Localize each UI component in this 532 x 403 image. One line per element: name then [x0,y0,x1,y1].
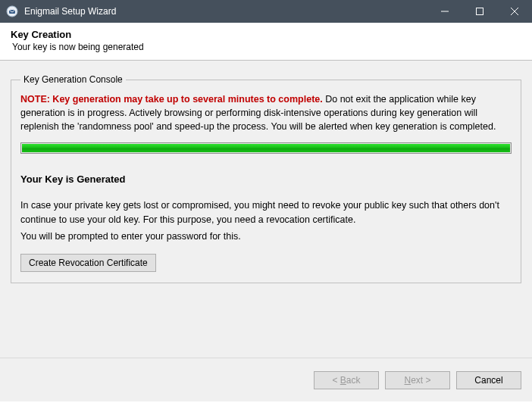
next-button[interactable]: Next > [385,371,450,389]
revocation-text-1: In case your private key gets lost or co… [20,198,512,226]
page-title: Key Creation [11,29,521,40]
create-revocation-certificate-button[interactable]: Create Revocation Certificate [20,254,156,272]
progress-bar [20,142,512,154]
key-generation-console: Key Generation Console NOTE: Key generat… [11,74,521,283]
progress-fill [22,144,510,152]
note-label: NOTE: Key generation may take up to seve… [20,94,323,105]
app-icon [6,5,18,17]
wizard-body: Key Generation Console NOTE: Key generat… [0,61,532,358]
window-controls [427,0,532,23]
wizard-footer: < Back Next > Cancel [0,358,532,401]
minimize-button[interactable] [427,0,462,23]
maximize-button[interactable] [462,0,497,23]
wizard-header: Key Creation Your key is now being gener… [0,23,532,61]
window-title: Enigmail Setup Wizard [24,6,427,17]
back-button[interactable]: < Back [314,371,379,389]
generated-heading: Your Key is Generated [20,173,512,185]
close-button[interactable] [497,0,532,23]
next-label: Next > [404,375,430,386]
note-text: NOTE: Key generation may take up to seve… [20,92,512,133]
console-legend: Key Generation Console [20,74,126,85]
revocation-text-2: You will be prompted to enter your passw… [20,230,512,243]
titlebar: Enigmail Setup Wizard [0,0,532,23]
svg-rect-3 [477,8,483,15]
page-subtitle: Your key is now being generated [12,42,521,52]
cancel-button[interactable]: Cancel [456,371,521,389]
back-label: < Back [332,375,360,386]
